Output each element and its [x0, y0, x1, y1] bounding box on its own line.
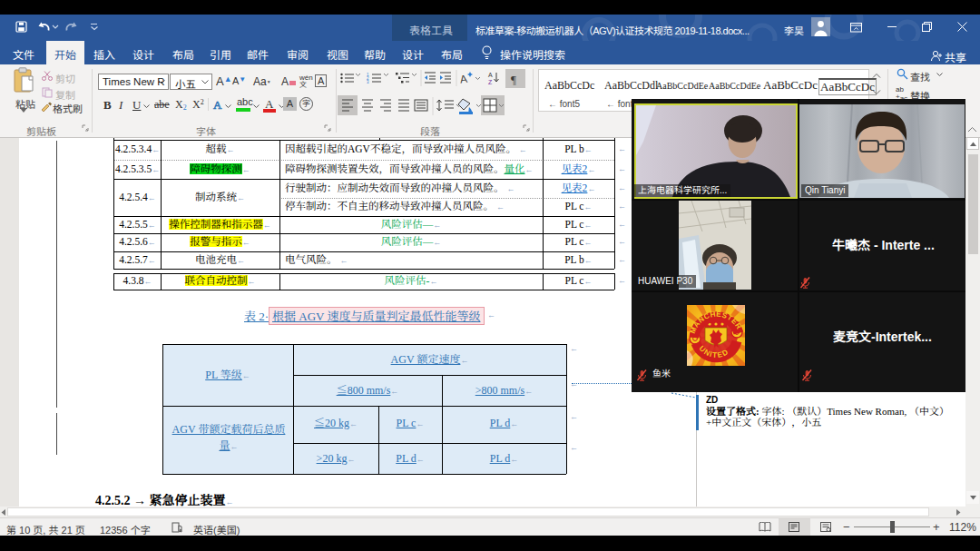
svg-text:A: A: [459, 73, 468, 86]
svg-text:3: 3: [367, 80, 369, 84]
svg-text:¶: ¶: [511, 73, 516, 86]
svg-text:A: A: [488, 72, 493, 78]
svg-text:Z: Z: [488, 79, 493, 85]
